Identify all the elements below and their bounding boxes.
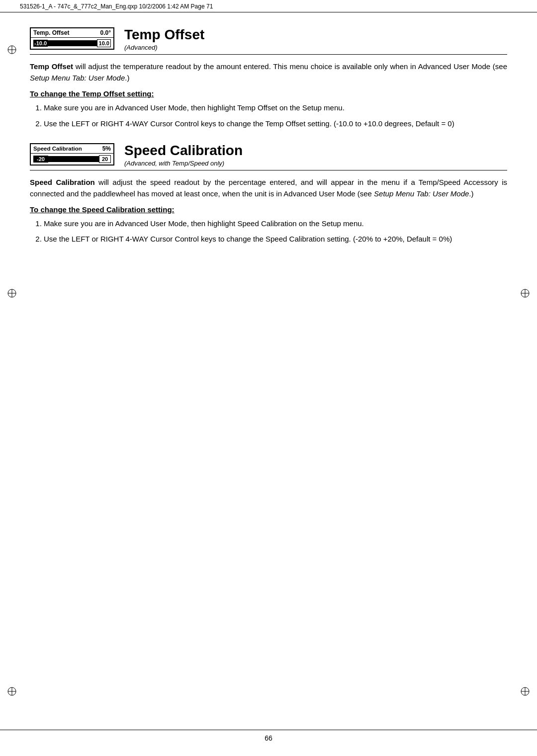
temp-offset-widget-label: Temp. Offset: [33, 29, 69, 36]
speed-calibration-widget-label: Speed Calibration: [33, 146, 82, 152]
speed-calibration-section: Speed Calibration 5% -20 20 Speed Calibr…: [30, 143, 507, 245]
speed-calibration-title: Speed Calibration: [124, 143, 243, 159]
temp-offset-widget: Temp. Offset 0.0° -10.0 10.0: [30, 27, 114, 50]
speed-calibration-body-end: .): [469, 189, 473, 198]
temp-offset-header: Temp. Offset 0.0° -10.0 10.0 Temp Offset…: [30, 27, 507, 51]
speed-calibration-slider-min: -20: [33, 156, 48, 163]
page-footer: 66: [0, 730, 537, 742]
temp-offset-step-2: Use the LEFT or RIGHT 4-WAY Cursor Contr…: [44, 118, 507, 129]
speed-calibration-body: Speed Calibration will adjust the speed …: [30, 176, 507, 200]
temp-offset-slider-min: -10.0: [33, 40, 48, 47]
speed-calibration-steps: Make sure you are in Advanced User Mode,…: [30, 218, 507, 245]
temp-offset-body-end: .): [125, 74, 129, 82]
temp-offset-subheading: To change the Temp Offset setting:: [30, 89, 507, 98]
speed-calibration-slider-track: [48, 156, 99, 162]
temp-offset-widget-top: Temp. Offset 0.0°: [31, 28, 113, 38]
speed-calibration-body-bold: Speed Calibration: [30, 178, 95, 186]
header-text: 531526-1_A - 747c_&_777c2_Man_Eng.qxp 10…: [20, 3, 213, 10]
speed-calibration-rule: [30, 170, 507, 170]
temp-offset-section: Temp. Offset 0.0° -10.0 10.0 Temp Offset…: [30, 27, 507, 129]
speed-calibration-widget: Speed Calibration 5% -20 20: [30, 143, 114, 166]
reg-mark-left-mid: [7, 288, 17, 298]
speed-calibration-body-italic: Setup Menu Tab: User Mode: [374, 189, 469, 198]
temp-offset-body-italic: Setup Menu Tab: User Mode: [30, 74, 125, 82]
reg-mark-right-bot: [520, 686, 530, 696]
speed-calibration-title-block: Speed Calibration (Advanced, with Temp/S…: [124, 143, 243, 167]
temp-offset-steps: Make sure you are in Advanced User Mode,…: [30, 102, 507, 129]
page-number: 66: [265, 734, 272, 742]
speed-calibration-widget-top: Speed Calibration 5%: [31, 144, 113, 154]
temp-offset-title-block: Temp Offset (Advanced): [124, 27, 204, 51]
speed-calibration-subtitle: (Advanced, with Temp/Speed only): [124, 160, 243, 167]
temp-offset-body-bold: Temp Offset: [30, 62, 73, 71]
temp-offset-body-text: will adjust the temperature readout by t…: [76, 62, 507, 71]
temp-offset-widget-value: 0.0°: [100, 29, 111, 36]
speed-calibration-slider-row: -20 20: [31, 154, 113, 165]
speed-calibration-widget-value: 5%: [102, 145, 111, 152]
page-header: 531526-1_A - 747c_&_777c2_Man_Eng.qxp 10…: [0, 0, 537, 12]
temp-offset-body: Temp Offset will adjust the temperature …: [30, 61, 507, 84]
speed-calibration-subheading: To change the Speed Calibration setting:: [30, 205, 507, 214]
temp-offset-slider-track: [48, 40, 97, 46]
speed-calibration-step-2: Use the LEFT or RIGHT 4-WAY Cursor Contr…: [44, 233, 507, 245]
temp-offset-title: Temp Offset: [124, 27, 204, 43]
temp-offset-step-1: Make sure you are in Advanced User Mode,…: [44, 102, 507, 113]
speed-calibration-slider-max: 20: [99, 155, 111, 163]
main-content: Temp. Offset 0.0° -10.0 10.0 Temp Offset…: [0, 12, 537, 289]
reg-mark-right-mid: [520, 288, 530, 298]
reg-mark-left-bot: [7, 686, 17, 696]
temp-offset-slider-row: -10.0 10.0: [31, 38, 113, 49]
page-container: 531526-1_A - 747c_&_777c2_Man_Eng.qxp 10…: [0, 0, 537, 756]
temp-offset-slider-max: 10.0: [97, 39, 111, 47]
reg-mark-left-top: [7, 45, 17, 55]
speed-calibration-header: Speed Calibration 5% -20 20 Speed Calibr…: [30, 143, 507, 167]
temp-offset-subtitle: (Advanced): [124, 44, 204, 51]
temp-offset-rule: [30, 54, 507, 55]
speed-calibration-step-1: Make sure you are in Advanced User Mode,…: [44, 218, 507, 229]
